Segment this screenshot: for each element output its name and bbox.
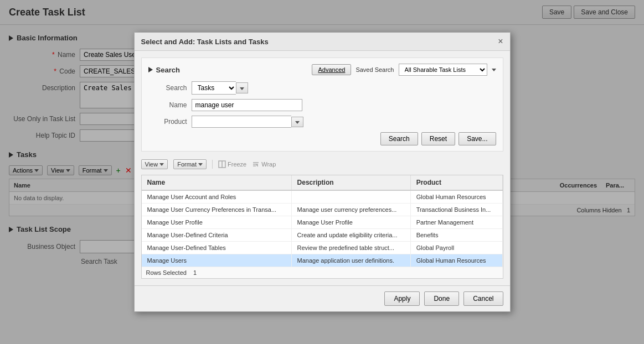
saved-search-label: Saved Search [356,66,394,73]
result-name-cell: Manage User Currency Preferences in Tran… [142,204,292,216]
results-table-body: Manage User Account and RolesGlobal Huma… [142,190,503,267]
modal-overlay: Select and Add: Task Lists and Tasks × S… [0,0,644,344]
results-format-chevron-icon [198,163,203,166]
search-type-chevron-icon [240,87,244,90]
result-product-cell: Partner Management [410,216,502,229]
results-table-container: Name Description Product Manage User Acc… [141,175,503,279]
modal-body: Search Advanced Saved Search All Sharabl… [135,51,510,285]
search-type-label: Search [148,84,187,92]
search-product-label: Product [148,118,187,126]
modal-dialog: Select and Add: Task Lists and Tasks × S… [134,32,511,312]
search-section-label: Search [156,66,180,74]
results-table: Name Description Product Manage User Acc… [142,175,503,267]
reset-button[interactable]: Reset [421,132,455,145]
advanced-button[interactable]: Advanced [312,64,351,75]
result-name-cell: Manage User-Defined Criteria [142,229,292,242]
result-product-cell: Global Human Resources [410,254,502,267]
table-row[interactable]: Manage User Currency Preferences in Tran… [142,204,503,216]
results-table-header-row: Name Description Product [142,175,503,190]
result-product-cell: Benefits [410,229,502,242]
results-format-button[interactable]: Format [173,159,207,169]
search-type-select[interactable]: Tasks [192,81,236,95]
search-execute-button[interactable]: Search [380,132,418,145]
rows-selected-label: Rows Selected [146,269,187,276]
search-controls-right: Advanced Saved Search All Sharable Task … [312,64,496,76]
result-description-cell: Manage user currency preferences... [291,204,410,216]
product-input[interactable] [192,116,291,128]
search-action-buttons: Search Reset Save... [148,132,496,145]
results-freeze-icon [218,160,226,168]
results-freeze-button[interactable]: Freeze [218,160,246,168]
rows-selected-info: Rows Selected 1 [142,267,503,278]
toolbar-separator [212,160,213,169]
search-section-header: Search Advanced Saved Search All Sharabl… [148,64,496,76]
results-product-col-header: Product [410,175,502,190]
search-product-row: Product [148,116,496,128]
results-view-label: View [145,161,158,168]
results-toolbar: View Format Freeze Wrap [141,157,503,171]
result-product-cell: Transactional Business In... [410,204,502,216]
table-row[interactable]: Manage User ProfileManage User ProfilePa… [142,216,503,229]
search-name-label: Name [148,101,187,109]
product-dropdown-btn[interactable] [291,117,303,127]
results-view-button[interactable]: View [141,159,168,169]
search-section: Search Advanced Saved Search All Sharabl… [141,58,503,152]
modal-title: Select and Add: Task Lists and Tasks [141,38,269,46]
search-name-input[interactable] [192,99,302,111]
result-name-cell: Manage User Profile [142,216,292,229]
result-description-cell: Manage User Profile [291,216,410,229]
modal-titlebar: Select and Add: Task Lists and Tasks × [135,33,510,51]
cancel-button[interactable]: Cancel [463,291,503,306]
search-type-dropdown-btn[interactable] [236,82,248,93]
rows-selected-count: 1 [193,269,197,276]
results-format-label: Format [177,161,197,168]
product-field-container [192,116,303,128]
modal-footer: Apply Done Cancel [135,285,510,311]
collapse-search-icon[interactable] [148,67,153,72]
results-freeze-label: Freeze [228,161,246,168]
results-wrap-button[interactable]: Wrap [252,160,276,168]
result-description-cell: Manage application user definitions. [291,254,410,267]
table-row[interactable]: Manage UsersManage application user defi… [142,254,503,267]
result-description-cell: Review the predefined table struct... [291,242,410,254]
results-wrap-icon [252,160,260,168]
results-name-col-header: Name [142,175,292,190]
result-name-cell: Manage User Account and Roles [142,190,292,204]
search-type-dropdown: Tasks [192,81,248,95]
search-section-title: Search [148,66,180,74]
table-row[interactable]: Manage User-Defined TablesReview the pre… [142,242,503,254]
results-wrap-label: Wrap [261,161,276,168]
result-description-cell: Create and update eligibility criteria..… [291,229,410,242]
results-desc-col-header: Description [291,175,410,190]
result-description-cell [291,190,410,204]
saved-search-chevron-icon [492,69,496,71]
search-name-row: Name [148,99,496,111]
save-search-button[interactable]: Save... [458,132,496,145]
saved-search-select[interactable]: All Sharable Task Lists [399,64,487,76]
modal-close-button[interactable]: × [498,37,503,46]
result-name-cell: Manage User-Defined Tables [142,242,292,254]
results-view-chevron-icon [159,163,164,166]
result-name-cell: Manage Users [142,254,292,267]
result-product-cell: Global Payroll [410,242,502,254]
done-button[interactable]: Done [424,291,459,306]
result-product-cell: Global Human Resources [410,190,502,204]
table-row[interactable]: Manage User-Defined CriteriaCreate and u… [142,229,503,242]
table-row[interactable]: Manage User Account and RolesGlobal Huma… [142,190,503,204]
apply-button[interactable]: Apply [384,291,420,306]
search-type-row: Search Tasks [148,81,496,95]
product-dropdown-icon [295,121,300,124]
